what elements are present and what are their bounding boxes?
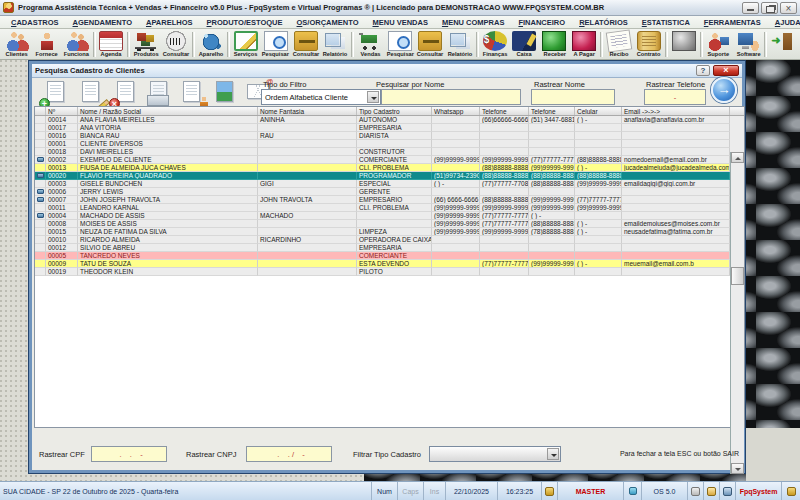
toolbar-button-relat-rio[interactable]: Relatório [445, 30, 475, 59]
toolbar-button-software[interactable]: Software [733, 30, 763, 59]
chevron-down-icon[interactable] [547, 448, 559, 460]
delete-client-button[interactable]: × [113, 80, 141, 106]
track-phone-input[interactable]: - [644, 89, 706, 105]
menu-item-ajuda[interactable]: AJUDA [768, 17, 800, 28]
table-row[interactable]: 00008MOISES DE ASSIS(99)99999-9999(77)77… [35, 220, 744, 228]
toolbar-button-clientes[interactable]: Clientes [2, 30, 32, 59]
report-icon [707, 487, 716, 496]
table-row[interactable]: 00007JOHN JOSEPH TRAVOLTAJOHN TRAVOLTAEM… [35, 196, 744, 204]
toolbar-button-fornece[interactable]: Fornece [32, 30, 62, 59]
table-row[interactable]: 00017ANA VITÓRIAEMPRESARIA [35, 124, 744, 132]
scrollbar-thumb[interactable] [731, 267, 744, 285]
toolbar-button-suporte[interactable]: Suporte [704, 30, 734, 59]
table-row[interactable]: 00001CLIENTE DIVERSOS [35, 140, 744, 148]
print-button[interactable] [146, 80, 174, 106]
cell-whatsapp [432, 148, 480, 156]
header-cell[interactable]: Tipo Cadastro [357, 107, 432, 115]
toolbar-button-pesquisar[interactable]: Pesquisar [261, 30, 291, 59]
menu-item-os-or-amento[interactable]: OS/ORÇAMENTO [290, 17, 366, 28]
toolbar-button-recibo[interactable]: Recibo [604, 30, 634, 59]
vertical-scrollbar[interactable] [730, 152, 744, 474]
menu-item-menu-vendas[interactable]: MENU VENDAS [365, 17, 434, 28]
cell-nome: ANA VITÓRIA [78, 124, 258, 132]
header-cell[interactable]: Telefone [480, 107, 529, 115]
status-printer-cell[interactable] [688, 482, 704, 500]
toolbar-button-contrato[interactable]: Contrato [634, 30, 664, 59]
toolbar-button-produtos[interactable]: Produtos [131, 30, 161, 59]
table-row[interactable]: 00005TANCREDO NEVESCOMERCIANTE [35, 252, 744, 260]
header-cell[interactable]: Email ->->-> [622, 107, 730, 115]
table-row[interactable]: 00004MACHADO DE ASSISMACHADO(99)99999-99… [35, 212, 744, 220]
table-row[interactable]: 00013FIUSA DE ALMEIDA JUCA CHAVESCLI. PR… [35, 164, 744, 172]
table-row[interactable]: 00012SILVIO DE ABREUEMPRESARIA [35, 244, 744, 252]
status-report-cell[interactable] [704, 482, 720, 500]
close-button[interactable] [780, 2, 797, 14]
menu-item-agendamento[interactable]: AGENDAMENTO [66, 17, 139, 28]
client-folder-button[interactable] [179, 80, 207, 106]
table-row[interactable]: 00018DAVI MEIRELLESCONSTRUTOR [35, 148, 744, 156]
toolbar-button-coin-gray[interactable] [669, 30, 699, 59]
toolbar-button-a-pagar[interactable]: A Pagar [569, 30, 599, 59]
table-row[interactable]: 00020FLAVIO PEREIRA QUADRADOPROGRAMADOR(… [35, 172, 744, 180]
help-button[interactable]: ? [696, 65, 710, 76]
menu-item-cadastros[interactable]: CADASTROS [4, 17, 66, 28]
menu-item-produto-estoque[interactable]: PRODUTO/ESTOQUE [200, 17, 290, 28]
toolbar-button-aparelho[interactable]: Aparelho [196, 30, 226, 59]
header-cell[interactable]: Nº [46, 107, 78, 115]
header-cell[interactable]: Whatsapp [432, 107, 480, 115]
search-name-input[interactable] [381, 89, 521, 105]
chevron-down-icon[interactable] [367, 91, 379, 103]
filter-cadastro-combo[interactable] [429, 446, 561, 462]
header-cell[interactable]: Nome / Razão Social [78, 107, 258, 115]
menu-item-menu-compras[interactable]: MENU COMPRAS [435, 17, 512, 28]
table-row[interactable]: 00010RICARDO ALMEIDARICARDINHOOPERADORA … [35, 236, 744, 244]
scroll-up-arrow[interactable] [731, 152, 744, 163]
table-row[interactable]: 00016BIANCA RAURAUDIARISTA [35, 132, 744, 140]
table-row[interactable]: 00009TATU DE SOUZAESTA DEVENDO(77)77777-… [35, 260, 744, 268]
table-row[interactable]: 00015NEUZA DE FATIMA DA SILVALIMPEZA(99)… [35, 228, 744, 236]
toolbar-button-caixa[interactable]: Caixa [510, 30, 540, 59]
track-cnpj-input[interactable]: . . / - [246, 446, 332, 462]
track-name-input[interactable] [531, 89, 615, 105]
toolbar-button-finan-as[interactable]: Finanças [480, 30, 510, 59]
toolbar-button-vendas[interactable]: Vendas [355, 30, 385, 59]
toolbar-button-servi-os[interactable]: Serviços [231, 30, 261, 59]
track-cpf-input[interactable]: . . - [91, 446, 167, 462]
header-cell[interactable]: Telefone [529, 107, 575, 115]
minimize-button[interactable] [742, 2, 759, 14]
filter-type-combo[interactable]: Ordem Alfabetica Cliente [261, 89, 381, 105]
table-row[interactable]: 00002EXEMPLO DE CLIENTECOMERCIANTE(99)99… [35, 156, 744, 164]
dialog-close-button[interactable]: × [713, 65, 739, 76]
toolbar-button-receber[interactable]: Receber [539, 30, 569, 59]
table-row[interactable]: 00011LEANDRO KARNALCLI. PROBLEMA(99)9999… [35, 204, 744, 212]
table-row[interactable]: 00014ANA FLAVIA MEIRELLESANINHAAUTONOMO(… [35, 116, 744, 124]
search-go-button[interactable]: → [711, 77, 737, 103]
table-row[interactable]: 00019THEODOR KLEINPILOTO [35, 268, 744, 276]
edit-client-button[interactable] [78, 80, 106, 106]
menu-item-aparelhos[interactable]: APARELHOS [139, 17, 200, 28]
menu-item-financeiro[interactable]: FINANCEIRO [511, 17, 572, 28]
toolbar-button-pesquisar[interactable]: Pesquisar [385, 30, 415, 59]
photo-button[interactable] [212, 80, 240, 106]
table-row[interactable]: 00003GISELE BUNDCHENGIGIESPECIAL( ) -(77… [35, 180, 744, 188]
header-cell[interactable]: Celular [575, 107, 622, 115]
table-row[interactable]: 00006JERRY LEWISGERENTE [35, 188, 744, 196]
menu-item-ferramentas[interactable]: FERRAMENTAS [697, 17, 768, 28]
photo-icon [37, 157, 44, 162]
header-cell[interactable] [35, 107, 46, 115]
toolbar-button-consultar[interactable]: Consultar [291, 30, 321, 59]
header-cell[interactable]: Nome Fantasia [258, 107, 357, 115]
cell-tipo: COMERCIANTE [357, 252, 432, 260]
scroll-down-arrow[interactable] [731, 463, 744, 474]
menu-item-relat-rios[interactable]: RELATÓRIOS [572, 17, 635, 28]
restore-button[interactable] [761, 2, 778, 14]
toolbar-button-agenda[interactable]: Agenda [97, 30, 127, 59]
toolbar-button-funciona[interactable]: Funciona [62, 30, 92, 59]
toolbar-button-consultar[interactable]: Consultar [161, 30, 191, 59]
toolbar-button-consultar[interactable]: Consultar [415, 30, 445, 59]
menu-item-estatistica[interactable]: ESTATISTICA [635, 17, 697, 28]
toolbar-button-relat-rio[interactable]: Relatório [320, 30, 350, 59]
add-client-button[interactable]: + [43, 80, 71, 106]
status-monitor-cell[interactable] [720, 482, 736, 500]
toolbar-button-exit[interactable] [768, 30, 798, 59]
